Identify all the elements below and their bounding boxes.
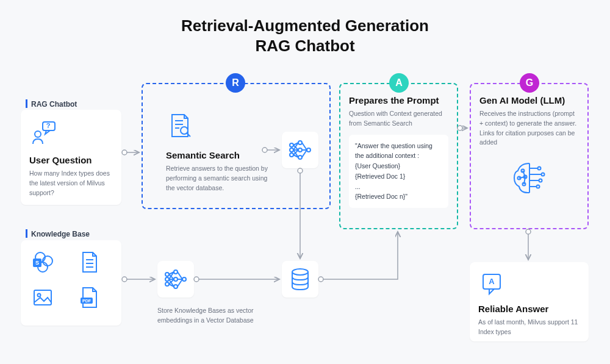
badge-a: A — [389, 73, 409, 93]
svg-point-73 — [122, 150, 127, 155]
connectors — [0, 0, 610, 364]
svg-point-83 — [122, 277, 127, 282]
svg-point-75 — [262, 148, 267, 152]
svg-point-77 — [298, 168, 303, 173]
badge-g: G — [520, 73, 539, 93]
svg-point-87 — [318, 277, 323, 282]
rag-diagram: Retrieval-Augmented Generation RAG Chatb… — [0, 0, 610, 364]
svg-point-79 — [458, 126, 462, 130]
svg-point-85 — [194, 277, 199, 282]
badge-r: R — [226, 73, 245, 93]
svg-point-81 — [526, 229, 531, 234]
